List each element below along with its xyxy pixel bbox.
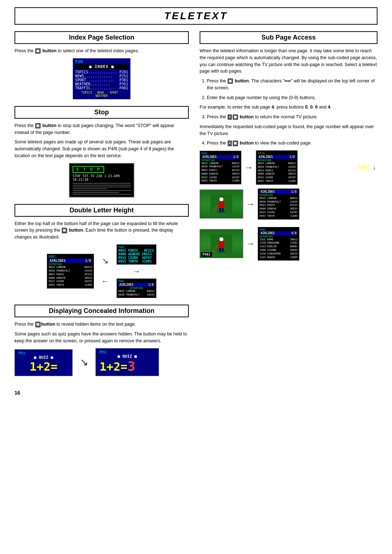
sp-screen1: P401 AIRLINES1/8 DEPARTURE 0825 LONDONBA… — [200, 151, 241, 185]
sp-screen1-wrap: P401 AIRLINES1/8 DEPARTURE 0825 LONDONBA… — [200, 151, 241, 185]
index-section: Index Page Selection Press the ▣ button … — [15, 31, 189, 99]
index-row-traffic: TRAFFIC...........P401 — [75, 86, 128, 90]
stop-button-icon: ▣ — [35, 123, 41, 129]
sub-step3-icon: ▣ — [233, 114, 238, 120]
sub-page-heading: Sub Page Access — [200, 31, 377, 44]
sub-note: Immediately the requested sub-coded page… — [200, 123, 377, 137]
svg-point-1 — [219, 197, 224, 201]
sub-step4-icon: ▣ — [233, 140, 238, 146]
concealed-body1: Press the ▣button to reveal hidden items… — [15, 321, 189, 328]
right-column: Sub Page Access When the teletext inform… — [200, 31, 377, 383]
al-row-5: 0915 CAIROSQ707 — [49, 280, 92, 284]
index-button-icon: ▣ — [35, 48, 41, 54]
sp-arrow3: → — [246, 239, 255, 249]
stop-badge: S T O P — [73, 166, 104, 173]
sp-sub-num-row: 0004 ↓ — [301, 152, 376, 183]
svg-rect-7 — [218, 211, 221, 213]
sp-sub-num: 0004 — [359, 165, 369, 170]
sp-screen2: •••• AIRLINES1/8 DEPARTURE 0825 LONDONBA… — [256, 150, 298, 185]
svg-rect-18 — [218, 251, 221, 253]
sub-step-3: Press the ●▣ button to return the normal… — [207, 114, 377, 121]
sp-screen4: P401 AIRLINES4/8 DEPARTURE 1325 ROMEIR01… — [258, 227, 299, 261]
hockey-bg — [200, 190, 243, 218]
sub-example: For example, to enter the sub page 4, pr… — [200, 104, 377, 111]
stop-info: STOP TXT-TV 230 J-23-APR 10:21/38 — [73, 174, 131, 182]
sp-tv-hockey1 — [200, 190, 243, 219]
stop-lines — [73, 183, 131, 195]
double-letter-heading: Double Letter Height — [15, 204, 189, 217]
double-letter-section: Double Letter Height Either the top half… — [15, 204, 189, 298]
dbl-main-screen: P401 AIRLINES1/8 DEPARTURE 0825 LONDONBA… — [47, 254, 94, 289]
page-footer: 16 — [15, 390, 377, 396]
index-page-num: P100 — [75, 60, 128, 64]
sub-step-1: Press the ▣ button. The characters "••••… — [207, 78, 377, 91]
sub-step-4: Press the ●▣ button to view the sub-code… — [207, 140, 377, 147]
hockey-svg — [211, 194, 232, 214]
sp-p401-badge: P401 — [201, 252, 212, 257]
index-row-topics: TOPICS.............P201 — [75, 70, 128, 74]
sp-screen3: AIRLINES1/8 DEPARTURE 0825 LONDONBA012 0… — [258, 188, 299, 220]
dbl-arrow-left: ← — [101, 277, 109, 286]
sub-page-row1: P401 AIRLINES1/8 DEPARTURE 0825 LONDONBA… — [200, 150, 298, 185]
sub-page-steps-2: Press the ●▣ button to return the normal… — [207, 114, 377, 121]
sp-screen2-wrap: •••• AIRLINES1/8 DEPARTURE 0825 LONDONBA… — [256, 150, 298, 185]
dbl-button-icon: ▣ — [62, 228, 67, 233]
sub-step-2: Enter the sub page number by using the (… — [207, 94, 377, 101]
quiz-answer: 3 — [127, 359, 135, 374]
svg-rect-3 — [219, 202, 221, 207]
sp-arrow-down: ↓ — [373, 164, 376, 171]
sub-page-diagram: P401 AIRLINES1/8 DEPARTURE 0825 LONDONBA… — [200, 150, 377, 261]
left-column: Index Page Selection Press the ▣ button … — [15, 31, 189, 383]
page-title-bar: TELETEXT — [15, 7, 377, 25]
hockey-svg2 — [211, 234, 232, 254]
dbl-arrow-down-right: ↘ — [102, 256, 109, 266]
airlines-bottom-half: P401 AIRLINES1/8 DEPARTURE 0825 LONDONBA… — [117, 278, 156, 298]
index-row-weather: WEATHER.........P351 — [75, 82, 128, 86]
sub-page-row2: → AIRLINES1/8 DEPARTURE 0825 LONDONBA012… — [200, 188, 299, 220]
svg-rect-15 — [221, 242, 224, 247]
stop-screen: S T O P STOP TXT-TV 230 J-23-APR 10:21/3… — [69, 163, 134, 197]
quiz-arrow: ↘ — [80, 356, 88, 368]
airlines-main: P401 AIRLINES1/8 DEPARTURE 0825 LONDONBA… — [47, 254, 94, 289]
sp-arrow1: → — [244, 162, 253, 172]
index-row-sport: SPORT.............P301 — [75, 78, 128, 82]
quiz-screen-2: P551 ■ QUIZ ■ 1+2= 3 — [95, 348, 159, 376]
quiz-title-1: ■ QUIZ ■ — [19, 355, 69, 360]
double-letter-diagram: P401 AIRLINES1/8 DEPARTURE 0825 LONDONBA… — [15, 244, 189, 298]
dbl-split-screens: P401 0855 PARIS AF223 0900 GENEVE SR553 … — [117, 244, 156, 298]
svg-rect-8 — [222, 211, 225, 213]
dbl-arrow-right-2: → — [117, 267, 156, 276]
stop-heading: Stop — [15, 106, 189, 119]
index-screen-title: ■ INDEX ■ — [75, 64, 128, 69]
quiz-diagram: P551 ■ QUIZ ■ 1+2= ↘ P551 ■ QUIZ ■ 1+2= … — [15, 348, 189, 376]
al-row-3: 0853 PARISAF223 — [49, 273, 92, 277]
sub-page-row3: P401 → P401 AIRLINES4/8 DEPARTURE 1325 R… — [200, 227, 299, 261]
concealed-body2: Some pages such as quiz pages have the a… — [15, 331, 189, 345]
stop-body1: Press the ▣ button to stop sub pages cha… — [15, 122, 189, 136]
al-row-6: 0955 TOKYOJL005 — [49, 284, 92, 287]
al-row-2: 0830 FRANKFULTLH335 — [49, 269, 92, 273]
quiz-equation-2: 1+2= — [99, 360, 127, 374]
sp-screen3-wrap: AIRLINES1/8 DEPARTURE 0825 LONDONBA012 0… — [258, 188, 299, 220]
sub-page-intro: When the teletext information is longer … — [200, 48, 377, 75]
concealed-button-icon: ▣ — [35, 322, 41, 327]
quiz-page-1: P551 — [19, 352, 69, 355]
sub-page-section: Sub Page Access When the teletext inform… — [200, 31, 377, 261]
svg-rect-19 — [222, 251, 225, 253]
al-page-label: P401 — [49, 255, 92, 258]
quiz-title-2: ■ QUIZ ■ — [99, 354, 155, 359]
quiz-screen-1: P551 ■ QUIZ ■ 1+2= — [15, 349, 73, 376]
sp-screen4-wrap: P401 AIRLINES4/8 DEPARTURE 1325 ROMEIR01… — [258, 227, 299, 261]
sub-step1-icon: ▣ — [228, 78, 233, 84]
page-number: 16 — [15, 390, 20, 396]
sp-tv-hockey2: P401 — [200, 229, 243, 258]
page-title: TELETEXT — [15, 10, 377, 22]
index-heading: Index Page Selection — [15, 31, 189, 44]
index-row-news: NEWS.............P251 — [75, 74, 128, 78]
double-letter-body: Either the top half or the bottom half o… — [15, 220, 189, 241]
teletext-index-screen: P100 ■ INDEX ■ TOPICS.............P201 N… — [73, 58, 131, 99]
svg-point-12 — [219, 237, 224, 241]
al-row-4: 0900 GENEVESR553 — [49, 277, 92, 280]
concealed-heading: Displaying Concealed Information — [15, 305, 189, 317]
airlines-top-half: P401 0855 PARIS AF223 0900 GENEVE SR553 … — [117, 244, 156, 265]
